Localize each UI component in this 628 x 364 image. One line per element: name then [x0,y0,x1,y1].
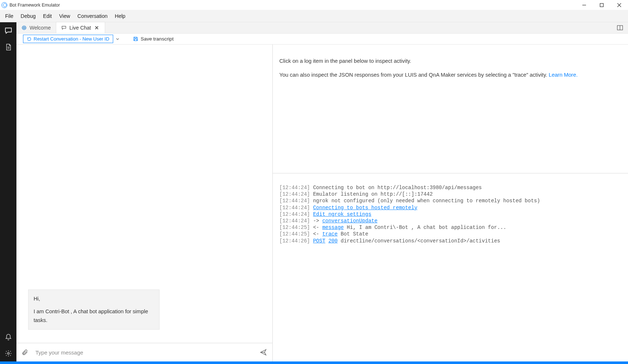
log-text: <- [310,225,322,230]
chat-transcript[interactable]: Hi, I am Contri-Bot , A chat bot applica… [16,45,272,343]
log-line[interactable]: [12:44:25] <- trace Bot State [279,231,621,237]
hint-text: You can also inspect the JSON responses … [279,71,621,79]
log-link[interactable]: 200 [328,238,337,244]
restart-label: Restart Conversation - New User ID [34,36,109,42]
chat-icon [61,25,66,30]
log-link[interactable]: POST [313,238,325,244]
tabs: Welcome Live Chat ✕ [16,22,612,33]
log-link[interactable]: Edit ngrok settings [313,211,371,217]
svg-point-8 [23,27,25,29]
log-line[interactable]: [12:44:24] Connecting to bot on http://l… [279,184,621,191]
compose-bar [16,343,272,361]
learn-more-link[interactable]: Learn More. [549,72,578,78]
menu-conversation[interactable]: Conversation [74,11,111,21]
save-icon [133,36,138,42]
bot-message-bubble[interactable]: Hi, I am Contri-Bot , A chat bot applica… [28,290,160,330]
rail-settings-icon[interactable] [0,345,16,361]
log-text: <- [310,231,322,237]
log-text: ngrok not configured (only needed when c… [310,198,540,204]
title-bar: Bot Framework Emulator [0,0,628,10]
window-close-button[interactable] [610,0,628,10]
bot-icon [22,25,27,30]
tab-welcome[interactable]: Welcome [16,22,56,33]
hint-text: Click on a log item in the panel below t… [279,57,621,65]
log-link[interactable]: Connecting to bots hosted remotely [313,205,417,211]
split-panels: Hi, I am Contri-Bot , A chat bot applica… [16,45,628,361]
log-line[interactable]: [12:44:24] Edit ngrok settings [279,211,621,218]
log-timestamp: [12:44:24] [279,211,310,217]
send-button[interactable] [259,349,267,356]
menu-debug[interactable]: Debug [17,11,39,21]
main-body: Welcome Live Chat ✕ [0,22,628,361]
app-logo-icon [1,2,7,8]
log-timestamp: [12:44:25] [279,231,310,237]
activity-bar [0,22,16,361]
log-timestamp: [12:44:24] [279,185,310,191]
menu-edit[interactable]: Edit [39,11,55,21]
menu-file[interactable]: File [1,11,17,21]
tab-strip: Welcome Live Chat ✕ [16,22,628,34]
message-input[interactable] [35,349,253,356]
rail-chat-icon[interactable] [0,22,16,39]
log-timestamp: [12:44:26] [279,238,310,244]
log-line[interactable]: [12:44:24] -> conversationUpdate [279,218,621,224]
log-link[interactable]: message [322,225,344,230]
log-timestamp: [12:44:25] [279,225,310,230]
save-label: Save transcript [141,36,173,42]
bubble-line: I am Contri-Bot , A chat bot application… [34,307,154,325]
restart-icon [27,37,31,41]
chat-panel: Hi, I am Contri-Bot , A chat bot applica… [16,45,273,361]
tab-close-button[interactable]: ✕ [94,25,100,31]
log-timestamp: [12:44:24] [279,205,310,211]
log-text: Emulator listening on http://[::]:17442 [310,191,433,197]
editor-area: Welcome Live Chat ✕ [16,22,628,361]
inspector-panel: Click on a log item in the panel below t… [273,45,628,361]
log-text: Connecting to bot on http://localhost:39… [310,185,482,191]
menu-bar: File Debug Edit View Conversation Help [0,10,628,22]
app-title: Bot Framework Emulator [9,3,60,8]
log-link[interactable]: trace [322,231,338,237]
tab-live-chat[interactable]: Live Chat ✕ [56,22,105,33]
log-text: Bot State [338,231,368,237]
window-controls [575,0,628,10]
svg-rect-11 [135,39,137,41]
bubble-line: Hi, [34,294,154,303]
log-line[interactable]: [12:44:24] Emulator listening on http://… [279,191,621,198]
title-bar-left: Bot Framework Emulator [1,2,60,8]
conversation-toolbar: Restart Conversation - New User ID Save … [16,34,628,45]
log-line[interactable]: [12:44:25] <- message Hi, I am Contri\-B… [279,224,621,231]
svg-rect-1 [600,3,604,7]
menu-view[interactable]: View [55,11,74,21]
log-text: directline/conversations/<conversationId… [338,238,500,244]
restart-conversation-button[interactable]: Restart Conversation - New User ID [23,35,113,43]
log-timestamp: [12:44:24] [279,191,310,197]
svg-point-6 [7,352,9,354]
log-timestamp: [12:44:24] [279,198,310,204]
window-minimize-button[interactable] [575,0,593,10]
log-line[interactable]: [12:44:24] Connecting to bots hosted rem… [279,204,621,211]
svg-point-7 [22,26,26,30]
menu-help[interactable]: Help [111,11,129,21]
tab-label: Live Chat [69,25,91,31]
log-line[interactable]: [12:44:24] ngrok not configured (only ne… [279,198,621,204]
window-maximize-button[interactable] [593,0,610,10]
log-text: Hi, I am Contri\-Bot , A chat bot applic… [344,225,506,230]
restart-dropdown-button[interactable] [113,36,122,42]
log-link[interactable]: conversationUpdate [322,218,378,224]
split-editor-button[interactable] [612,22,628,33]
log-text: -> [310,218,322,224]
inspector-hint: Click on a log item in the panel below t… [273,45,628,173]
log-timestamp: [12:44:24] [279,218,310,224]
attach-file-button[interactable] [22,348,28,356]
tab-label: Welcome [30,25,51,31]
rail-notifications-icon[interactable] [0,329,16,345]
save-transcript-button[interactable]: Save transcript [133,36,173,42]
rail-resources-icon[interactable] [0,39,16,55]
restart-conversation-group: Restart Conversation - New User ID [23,35,122,43]
log-panel[interactable]: [12:44:24] Connecting to bot on http://l… [273,173,628,361]
log-line[interactable]: [12:44:26] POST 200 directline/conversat… [279,238,621,244]
status-bar [0,361,628,364]
